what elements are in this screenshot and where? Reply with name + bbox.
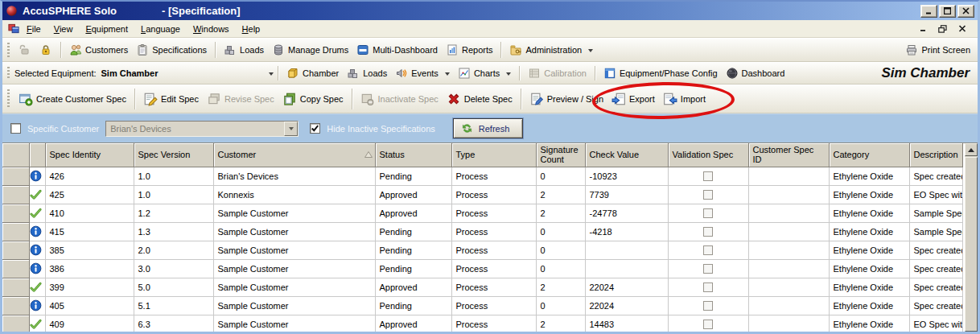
menu-item-help[interactable]: Help <box>236 22 267 36</box>
unlock-button[interactable] <box>14 42 35 58</box>
import-button[interactable]: Import <box>659 90 710 108</box>
close-button[interactable] <box>957 5 974 18</box>
mdi-restore-button[interactable] <box>938 25 947 33</box>
table-row[interactable]: 4055.1Sample CustomerPendingProcess02202… <box>2 296 962 315</box>
export-label: Export <box>629 94 655 104</box>
row-selector[interactable] <box>2 222 29 241</box>
row-selector[interactable] <box>2 259 29 278</box>
minimize-button[interactable] <box>920 5 937 18</box>
table-row[interactable]: 4261.0Brian's DevicesPendingProcess0-109… <box>2 167 962 185</box>
export-icon <box>611 92 626 106</box>
row-selector[interactable] <box>2 278 29 296</box>
menu-item-view[interactable]: View <box>47 22 80 36</box>
edit-spec-button[interactable]: Edit Spec <box>139 90 203 108</box>
calibration-button[interactable]: Calibration <box>524 65 591 81</box>
mdi-minimize-button[interactable] <box>920 25 927 32</box>
column-header-spec-identity[interactable]: Spec Identity <box>45 143 134 167</box>
column-header-signature-count[interactable]: Signature Count <box>536 143 585 167</box>
column-header-description[interactable]: Description <box>909 143 962 167</box>
toolbar-grip[interactable] <box>7 43 10 57</box>
administration-button[interactable]: Administration <box>505 42 597 58</box>
spec-toolbar-separator <box>521 89 521 109</box>
validation-checkbox[interactable] <box>703 227 713 237</box>
menu-item-windows[interactable]: Windows <box>187 22 236 36</box>
column-header-customer[interactable]: Customer <box>213 143 375 167</box>
column-header-status[interactable]: Status <box>375 143 451 167</box>
vertical-scrollbar[interactable] <box>964 143 978 332</box>
manage-drums-button[interactable]: Manage Drums <box>268 42 352 58</box>
events-button[interactable]: Events <box>391 65 454 81</box>
loads-button[interactable]: Loads <box>220 42 268 58</box>
validation-checkbox[interactable] <box>703 190 713 200</box>
mdi-close-button[interactable] <box>958 25 966 32</box>
validation-checkbox[interactable] <box>703 208 713 218</box>
copy-spec-button[interactable]: Copy Spec <box>278 90 348 108</box>
row-selector[interactable] <box>2 296 29 315</box>
spec-toolbar-grip[interactable] <box>7 89 10 109</box>
table-row[interactable]: 4101.2Sample CustomerApprovedProcess2-24… <box>2 204 962 222</box>
equipment-selector[interactable]: Selected Equipment: Sim Chamber <box>14 68 274 78</box>
table-row[interactable]: 3863.0Sample CustomerPendingProcess0Ethy… <box>2 259 962 278</box>
reports-button[interactable]: Reports <box>442 42 497 58</box>
specific-customer-checkbox[interactable] <box>10 123 21 134</box>
export-button[interactable]: Export <box>607 90 659 108</box>
equipment-phase-config-button[interactable]: Equipment/Phase Config <box>599 65 722 81</box>
validation-checkbox[interactable] <box>703 245 713 255</box>
table-row[interactable]: 4151.3Sample CustomerPendingProcess0-421… <box>2 222 962 241</box>
column-header-label: Check Value <box>590 150 640 159</box>
specifications-button[interactable]: Specifications <box>132 42 211 58</box>
lock-button[interactable] <box>35 42 56 58</box>
column-header-customer-spec-id[interactable]: Customer Spec ID <box>748 143 829 167</box>
column-header-check-value[interactable]: Check Value <box>585 143 668 167</box>
table-row[interactable]: 4251.0KonnexisApprovedProcess27739Ethyle… <box>2 185 962 204</box>
menu-item-file[interactable]: File <box>20 22 47 36</box>
delete-spec-button[interactable]: Delete Spec <box>443 90 517 108</box>
customer-dropdown[interactable]: Brian's Devices <box>105 121 299 137</box>
cell-category: Ethylene Oxide <box>829 259 909 278</box>
refresh-button[interactable]: Refresh <box>453 118 524 138</box>
scroll-up-button[interactable] <box>965 143 978 156</box>
row-selector[interactable] <box>2 167 29 185</box>
cell-check-value <box>585 259 668 278</box>
scrollbar-thumb[interactable] <box>965 157 978 332</box>
column-header-spec-version[interactable]: Spec Version <box>134 143 213 167</box>
table-row[interactable]: 4096.3Sample CustomerApprovedProcess2144… <box>2 315 962 332</box>
row-selector[interactable] <box>2 315 29 332</box>
validation-checkbox[interactable] <box>703 264 713 274</box>
revise-spec-button[interactable]: Revise Spec <box>203 90 278 108</box>
customers-button[interactable]: Customers <box>65 42 132 58</box>
cell-check-value: -24778 <box>585 204 668 222</box>
validation-checkbox[interactable] <box>703 320 713 329</box>
inactivate-spec-button[interactable]: Inactivate Spec <box>356 90 443 108</box>
column-header-category[interactable]: Category <box>829 143 909 167</box>
table-row[interactable]: 3995.0Sample CustomerApprovedProcess2220… <box>2 278 962 296</box>
preview-sign-button[interactable]: Preview / Sign <box>525 90 607 108</box>
row-selector[interactable] <box>2 185 29 204</box>
create-customer-spec-button[interactable]: Create Customer Spec <box>14 90 130 108</box>
maximize-button[interactable] <box>939 5 956 18</box>
table-row[interactable]: 3852.0Sample CustomerPendingProcess0Ethy… <box>2 241 962 259</box>
row-selector[interactable] <box>2 204 29 222</box>
column-header-validation-spec[interactable]: Validation Spec <box>668 143 748 167</box>
cell-check-value: -4218 <box>585 222 668 241</box>
column-header-type[interactable]: Type <box>451 143 536 167</box>
print-screen-button[interactable]: Print Screen <box>901 42 974 58</box>
row-selector[interactable] <box>2 241 29 259</box>
cell-spec-identity: 409 <box>45 315 134 332</box>
hide-inactive-checkbox[interactable] <box>310 123 320 134</box>
menu-item-language[interactable]: Language <box>134 22 187 36</box>
chamber-button[interactable]: Chamber <box>282 65 343 81</box>
equipment-bar-grip[interactable] <box>7 67 10 80</box>
charts-button[interactable]: Charts <box>454 65 515 81</box>
equipment-loads-button[interactable]: Loads <box>343 65 391 81</box>
validation-checkbox[interactable] <box>703 171 713 181</box>
multi-dashboard-label: Multi-Dashboard <box>373 45 438 55</box>
menu-item-equipment[interactable]: Equipment <box>79 22 134 36</box>
cell-status: Approved <box>375 278 451 296</box>
multi-dashboard-button[interactable]: Multi-Dashboard <box>352 42 442 58</box>
validation-checkbox[interactable] <box>703 282 713 292</box>
validation-checkbox[interactable] <box>703 301 713 311</box>
customer-dropdown-arrow[interactable] <box>284 122 298 136</box>
dashboard-button[interactable]: Dashboard <box>722 65 789 81</box>
cell-spec-version: 1.0 <box>134 185 213 204</box>
